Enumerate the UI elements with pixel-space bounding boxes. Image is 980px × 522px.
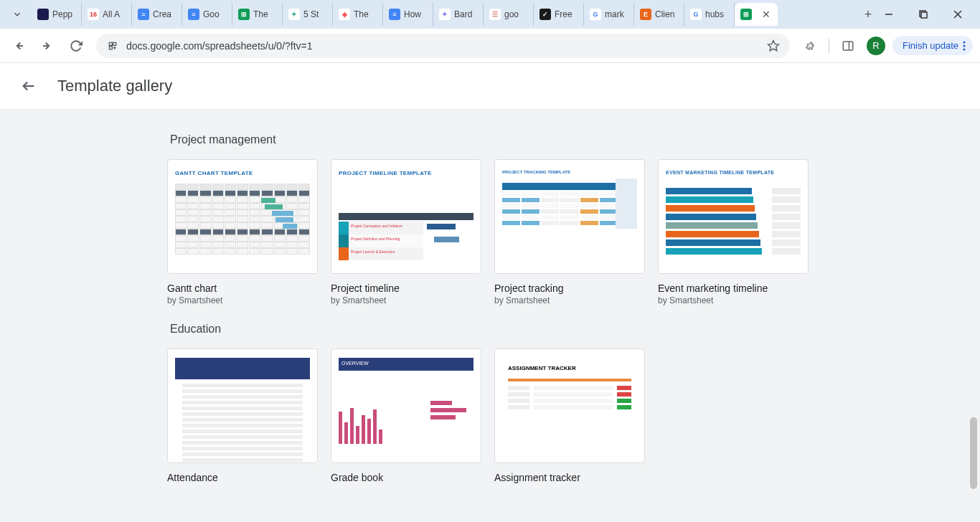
reload-button[interactable] — [65, 34, 88, 57]
template-card[interactable]: GANTT CHART TEMPLATE Gantt chartby Smart… — [167, 159, 318, 305]
tab-favicon: ✦ — [288, 9, 300, 20]
browser-tab[interactable]: ≡How — [383, 3, 433, 26]
template-card[interactable]: OVERVIEW Grade book — [331, 348, 481, 483]
tab-favicon: ≡ — [138, 9, 149, 20]
tab-title: Crea — [153, 9, 176, 19]
tab-title: All A — [103, 9, 126, 19]
svg-point-15 — [963, 41, 966, 43]
side-panel-icon[interactable] — [837, 34, 859, 57]
svg-rect-13 — [843, 42, 853, 50]
template-card[interactable]: PROJECT TIMELINE TEMPLATE Project Concep… — [331, 159, 481, 305]
tab-title: Pepp — [52, 9, 75, 19]
tab-favicon: G — [690, 9, 702, 20]
browser-tab[interactable]: Pepp — [32, 3, 82, 26]
tab-title: Bard — [454, 9, 477, 19]
scrollbar-thumb[interactable] — [970, 417, 977, 489]
tab-favicon: ✦ — [439, 9, 451, 20]
tab-title: hubs — [705, 9, 728, 19]
gallery-back-button[interactable] — [14, 72, 43, 100]
template-title: Attendance — [167, 472, 318, 483]
browser-tab[interactable]: ≡Goo — [182, 3, 232, 26]
template-subtitle: by Smartsheet — [494, 295, 645, 305]
tab-favicon: E — [640, 9, 651, 20]
site-info-icon[interactable] — [106, 39, 119, 52]
tab-favicon: ≡ — [188, 9, 199, 20]
new-tab-button[interactable]: + — [858, 7, 878, 22]
tab-favicon: ⊞ — [740, 9, 752, 20]
browser-tab[interactable]: ⊞✕ — [735, 3, 778, 26]
scrollbar[interactable] — [970, 109, 977, 522]
tab-title: Free — [555, 9, 578, 19]
tab-title: 5 St — [303, 9, 326, 19]
tab-title: Clien — [655, 9, 678, 19]
svg-point-17 — [963, 48, 966, 50]
svg-rect-9 — [109, 46, 112, 49]
browser-tab[interactable]: ☰goo — [484, 3, 534, 26]
tab-favicon: ≡ — [389, 9, 400, 20]
template-title: Grade book — [331, 472, 481, 483]
content-area: Project managementGANTT CHART TEMPLATE G… — [0, 109, 980, 522]
nav-back-button[interactable] — [7, 34, 30, 57]
template-subtitle: by Smartsheet — [331, 295, 481, 305]
template-subtitle: by Smartsheet — [658, 295, 809, 305]
maximize-button[interactable] — [913, 4, 934, 25]
template-title: Gantt chart — [167, 283, 318, 294]
browser-tab[interactable]: ✓Free — [534, 3, 584, 26]
template-thumbnail[interactable] — [167, 348, 318, 463]
tab-search-button[interactable] — [9, 6, 26, 23]
template-row: GANTT CHART TEMPLATE Gantt chartby Smart… — [167, 159, 813, 305]
browser-tab[interactable]: Gmark — [584, 3, 634, 26]
tab-title: mark — [605, 9, 628, 19]
tab-favicon: ⊞ — [238, 9, 250, 20]
template-thumbnail[interactable]: PROJECT TRACKING TEMPLATE — [494, 159, 645, 274]
tab-close-icon[interactable]: ✕ — [760, 9, 772, 20]
tab-title: Goo — [203, 9, 226, 19]
template-title: Assignment tracker — [494, 472, 645, 483]
template-row: AttendanceOVERVIEW Grade bookASSIGNMENT … — [167, 348, 813, 483]
svg-rect-8 — [113, 42, 116, 45]
browser-tab[interactable]: ≡Crea — [132, 3, 182, 26]
tab-title: How — [404, 9, 427, 19]
svg-rect-2 — [921, 12, 927, 18]
template-thumbnail[interactable]: PROJECT TIMELINE TEMPLATE Project Concep… — [331, 159, 481, 274]
page-title: Template gallery — [57, 77, 172, 95]
url-text: docs.google.com/spreadsheets/u/0/?ftv=1 — [126, 40, 313, 52]
browser-tab[interactable]: ⊞The — [232, 3, 283, 26]
browser-tab[interactable]: ✦Bard — [433, 3, 484, 26]
tab-title: goo — [504, 9, 527, 19]
section-title: Project management — [170, 133, 813, 146]
template-thumbnail[interactable]: GANTT CHART TEMPLATE — [167, 159, 318, 274]
browser-toolbar: docs.google.com/spreadsheets/u/0/?ftv=1 … — [0, 29, 980, 63]
browser-tab[interactable]: Ghubs — [684, 3, 735, 26]
template-card[interactable]: ASSIGNMENT TRACKERAssignment tracker — [494, 348, 645, 483]
more-icon — [963, 41, 966, 51]
extensions-icon[interactable] — [798, 34, 821, 57]
template-thumbnail[interactable]: EVENT MARKETING TIMELINE TEMPLATE — [658, 159, 809, 274]
section-title: Education — [170, 323, 813, 336]
tab-favicon: ✓ — [540, 9, 551, 20]
svg-point-16 — [963, 44, 966, 47]
browser-tab[interactable]: 16All A — [82, 3, 132, 26]
tab-favicon: 16 — [88, 9, 99, 20]
template-thumbnail[interactable]: ASSIGNMENT TRACKER — [494, 348, 645, 463]
nav-forward-button[interactable] — [36, 34, 59, 57]
tab-favicon — [37, 9, 49, 20]
address-bar[interactable]: docs.google.com/spreadsheets/u/0/?ftv=1 — [96, 34, 790, 58]
browser-tab[interactable]: ✦5 St — [283, 3, 333, 26]
template-card[interactable]: PROJECT TRACKING TEMPLATE Project tracki… — [494, 159, 645, 305]
browser-tab[interactable]: ◆The — [333, 3, 383, 26]
svg-marker-12 — [768, 40, 778, 50]
finish-update-button[interactable]: Finish update — [892, 36, 973, 55]
template-thumbnail[interactable]: OVERVIEW — [331, 348, 481, 463]
browser-tab[interactable]: EClien — [634, 3, 684, 26]
svg-rect-7 — [109, 42, 112, 45]
template-card[interactable]: Attendance — [167, 348, 318, 483]
tab-favicon: ◆ — [339, 9, 350, 20]
template-card[interactable]: EVENT MARKETING TIMELINE TEMPLATEEvent m… — [658, 159, 809, 305]
template-title: Project tracking — [494, 283, 645, 294]
template-title: Project timeline — [331, 283, 481, 294]
minimize-button[interactable] — [878, 4, 900, 25]
profile-avatar[interactable]: R — [867, 37, 885, 55]
close-window-button[interactable] — [947, 4, 969, 25]
bookmark-icon[interactable] — [767, 39, 780, 52]
